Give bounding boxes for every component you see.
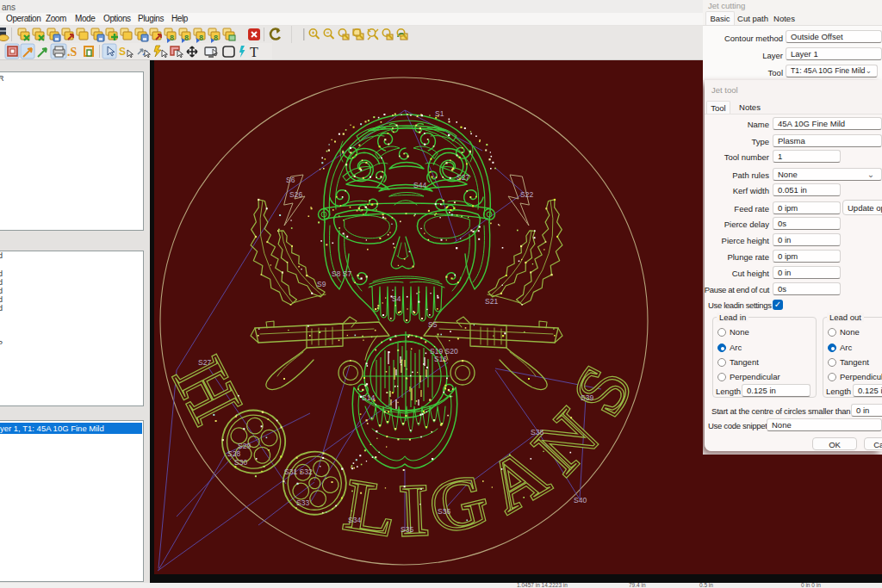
svg-text:8: 8 [170,34,174,42]
svg-text:S: S [119,46,126,58]
svg-text:8: 8 [214,34,218,42]
svg-text:8: 8 [199,34,203,42]
svg-text:T: T [250,45,258,59]
svg-text:.S: .S [67,46,78,59]
svg-text:8: 8 [184,34,189,42]
